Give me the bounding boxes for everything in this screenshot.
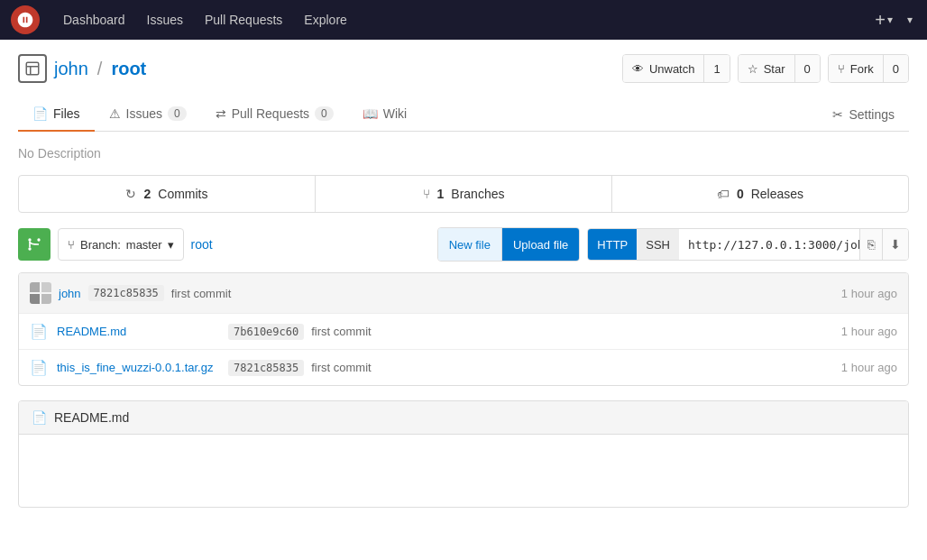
table-row: 📄this_is_fine_wuzzi-0.0.1.tar.gz7821c858… (19, 350, 908, 385)
releases-count: 0 (737, 187, 744, 201)
stat-commits[interactable]: ↻ 2 Commits (19, 176, 316, 212)
unwatch-count: 1 (704, 55, 729, 82)
repo-separator: / (97, 59, 103, 79)
issues-icon: ⚠ (109, 106, 121, 121)
commit-author-avatar (30, 282, 51, 304)
branches-count: 1 (437, 187, 445, 201)
create-chevron-icon: ▾ (887, 14, 893, 26)
new-file-button[interactable]: New file (438, 228, 502, 261)
repo-name-link[interactable]: root (111, 59, 146, 79)
clone-http-tab[interactable]: HTTP (588, 229, 637, 260)
nav-issues[interactable]: Issues (138, 7, 192, 32)
branch-chevron-icon: ▾ (168, 238, 174, 252)
branches-label: Branches (451, 187, 504, 201)
commit-hash-badge[interactable]: 7821c85835 (88, 285, 164, 301)
readme-section: 📄 README.md (18, 400, 909, 508)
commits-icon: ↻ (125, 187, 136, 201)
svg-rect-0 (26, 62, 39, 75)
wiki-icon: 📖 (363, 106, 378, 121)
nav-dashboard[interactable]: Dashboard (54, 7, 134, 32)
download-icon: ⬇ (890, 237, 901, 252)
create-plus-button[interactable]: + ▾ (867, 6, 900, 34)
branch-label: Branch: (80, 238, 121, 252)
readme-icon: 📄 (32, 410, 47, 425)
file-commit-time: 1 hour ago (841, 361, 897, 374)
clone-section: HTTP SSH http://127.0.0.1:3000/john/roc … (587, 228, 909, 261)
pull-requests-icon: ⇄ (216, 106, 226, 121)
tab-settings[interactable]: ✂ Settings (818, 98, 909, 131)
svg-point-3 (28, 238, 31, 241)
clone-download-button[interactable]: ⬇ (882, 229, 908, 260)
commits-label: Commits (158, 187, 207, 201)
table-row: 📄README.md7b610e9c60first commit1 hour a… (19, 314, 908, 350)
repo-tabs: 📄 Files ⚠ Issues 0 ⇄ Pull Requests 0 📖 W… (18, 97, 909, 132)
repo-title: john / root (18, 54, 146, 83)
readme-header: 📄 README.md (19, 401, 908, 435)
fork-count: 0 (884, 55, 908, 82)
file-commit-info: 7821c85835first commit (228, 360, 832, 376)
repo-actions: 👁 Unwatch 1 ☆ Star 0 ⑂ Fork 0 (622, 54, 909, 83)
star-count: 0 (795, 55, 820, 82)
settings-icon: ✂ (832, 107, 843, 122)
file-commit-info: 7b610e9c60first commit (228, 324, 832, 340)
nav-pull-requests[interactable]: Pull Requests (196, 7, 291, 32)
tab-pull-requests[interactable]: ⇄ Pull Requests 0 (201, 97, 348, 132)
repo-owner-link[interactable]: john (54, 59, 88, 79)
svg-point-4 (37, 238, 40, 241)
repo-icon (18, 54, 47, 83)
user-menu-chevron[interactable]: ▾ (904, 10, 916, 30)
issues-count-badge: 0 (168, 106, 187, 121)
commit-message: first commit (171, 287, 231, 300)
top-nav: Dashboard Issues Pull Requests Explore +… (0, 0, 927, 40)
copy-icon: ⎘ (867, 237, 875, 252)
branch-icon: ⑂ (68, 238, 75, 252)
file-commit-msg: first commit (311, 361, 371, 374)
stat-branches[interactable]: ⑂ 1 Branches (316, 176, 612, 212)
nav-explore[interactable]: Explore (295, 7, 355, 32)
fork-button[interactable]: ⑂ Fork 0 (828, 54, 909, 83)
branches-icon: ⑂ (423, 187, 430, 201)
commit-author-link[interactable]: john (59, 287, 81, 300)
tab-issues[interactable]: ⚠ Issues 0 (95, 97, 201, 132)
repo-description: No Description (18, 146, 909, 161)
file-commit-hash[interactable]: 7b610e9c60 (228, 324, 304, 340)
eye-icon: 👁 (632, 62, 644, 76)
commit-header-row: john 7821c85835 first commit 1 hour ago (19, 273, 908, 314)
readme-body (19, 435, 908, 507)
star-button[interactable]: ☆ Star 0 (738, 54, 821, 83)
breadcrumb[interactable]: root (191, 237, 213, 252)
file-name-link[interactable]: README.md (57, 325, 219, 338)
file-action-buttons: New file Upload file (437, 227, 581, 262)
git-icon-button[interactable] (18, 228, 50, 261)
tab-files[interactable]: 📄 Files (18, 97, 95, 132)
fork-icon: ⑂ (838, 62, 845, 76)
app-logo[interactable] (11, 5, 40, 34)
stat-releases[interactable]: 🏷 0 Releases (612, 176, 908, 212)
clone-ssh-tab[interactable]: SSH (637, 229, 679, 260)
branch-selector[interactable]: ⑂ Branch: master ▾ (58, 228, 184, 261)
file-commit-msg: first commit (311, 325, 371, 338)
commit-time: 1 hour ago (841, 287, 897, 300)
file-name-link[interactable]: this_is_fine_wuzzi-0.0.1.tar.gz (57, 361, 219, 374)
pull-requests-count-badge: 0 (315, 106, 334, 121)
upload-file-button[interactable]: Upload file (502, 228, 579, 261)
stats-bar: ↻ 2 Commits ⑂ 1 Branches 🏷 0 Releases (18, 175, 909, 213)
tab-wiki[interactable]: 📖 Wiki (348, 97, 421, 132)
actions-row: ⑂ Branch: master ▾ root New file Upload … (18, 227, 909, 262)
repo-header: john / root 👁 Unwatch 1 ☆ Star 0 (18, 54, 909, 83)
branch-name: master (126, 238, 162, 252)
files-icon: 📄 (32, 106, 48, 121)
readme-title: README.md (54, 410, 129, 425)
file-commit-hash[interactable]: 7821c85835 (228, 360, 304, 376)
unwatch-button[interactable]: 👁 Unwatch 1 (622, 54, 730, 83)
file-type-icon: 📄 (30, 323, 48, 340)
clone-url-display: http://127.0.0.1:3000/john/roc (679, 238, 859, 252)
releases-label: Releases (751, 187, 803, 201)
clone-copy-button[interactable]: ⎘ (859, 229, 882, 260)
svg-point-5 (28, 247, 31, 250)
releases-icon: 🏷 (717, 187, 730, 201)
file-rows: 📄README.md7b610e9c60first commit1 hour a… (19, 314, 908, 385)
commits-count: 2 (143, 187, 151, 201)
file-type-icon: 📄 (30, 359, 48, 376)
file-commit-time: 1 hour ago (841, 325, 897, 338)
